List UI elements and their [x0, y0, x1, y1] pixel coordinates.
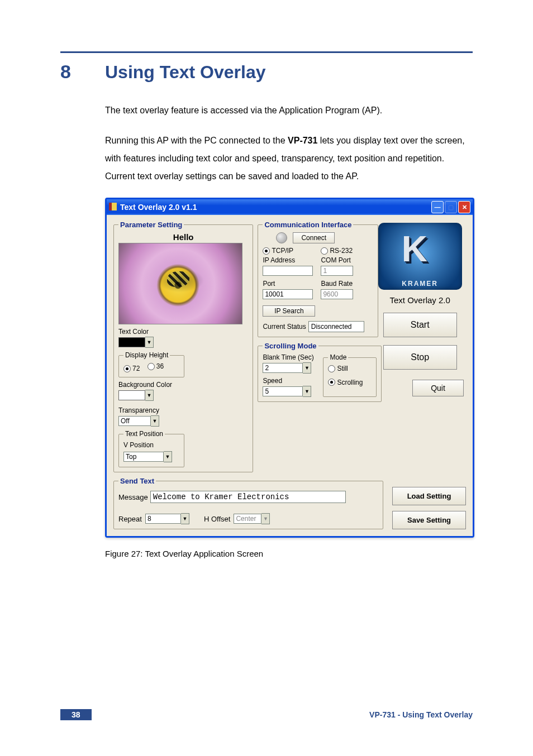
tcpip-radio[interactable]: TCP/IP — [263, 247, 310, 255]
paragraph-2a: Running this AP with the PC connected to… — [105, 136, 288, 145]
minimize-button[interactable]: — — [431, 201, 444, 213]
repeat-dropdown[interactable]: ▼ — [181, 513, 189, 524]
connect-button[interactable]: Connect — [293, 232, 335, 243]
stop-button[interactable]: Stop — [383, 345, 457, 370]
message-input[interactable] — [150, 491, 346, 503]
speed-dropdown[interactable]: ▼ — [303, 386, 311, 397]
page-number: 38 — [60, 709, 92, 720]
vposition-label: V Position — [123, 441, 179, 449]
window-title: Text Overlay 2.0 v1.1 — [120, 203, 431, 212]
current-status-label: Current Status — [263, 323, 306, 331]
mode-legend: Mode — [328, 353, 348, 361]
repeat-value[interactable]: 8 — [145, 514, 181, 524]
com-port-label: COM Port — [321, 256, 373, 264]
speed-label: Speed — [263, 377, 318, 385]
paragraph-2: Running this AP with the PC connected to… — [105, 132, 473, 185]
h-offset-dropdown: ▼ — [261, 513, 270, 524]
preview-image — [118, 243, 242, 324]
preview-text: Hello — [118, 232, 248, 242]
vposition-dropdown[interactable]: ▼ — [164, 451, 172, 462]
paragraph-1: The text overlay feature is accessed via… — [105, 102, 473, 119]
footer-title: VP-731 - Using Text Overlay — [369, 710, 473, 719]
start-button[interactable]: Start — [383, 313, 457, 337]
section-title: Using Text Overlay — [105, 62, 266, 83]
text-position-group: Text Position V Position Top ▼ — [118, 430, 184, 467]
port-input[interactable] — [263, 289, 313, 299]
h-offset-value: Center — [234, 514, 261, 524]
rs232-radio[interactable]: RS-232 — [321, 247, 368, 255]
section-rule — [60, 51, 473, 53]
baud-rate-input — [321, 289, 353, 299]
titlebar[interactable]: Text Overlay 2.0 v1.1 — ▢ ✕ — [107, 199, 473, 215]
connection-led — [276, 232, 287, 243]
logo-k-glyph: K — [402, 228, 425, 270]
communication-interface-legend: Communication Interface — [263, 221, 353, 229]
figure-caption: Figure 27: Text Overlay Application Scre… — [105, 549, 473, 558]
port-label: Port — [263, 280, 315, 288]
app-name-label: Text Overlay 2.0 — [390, 295, 450, 305]
baud-rate-label: Baud Rate — [321, 280, 373, 288]
display-height-36-label: 36 — [156, 362, 164, 370]
svg-rect-0 — [109, 203, 112, 210]
mode-still-label: Still — [337, 365, 348, 372]
message-label: Message — [118, 493, 148, 501]
blank-time-value[interactable]: 2 — [263, 363, 303, 373]
speed-value[interactable]: 5 — [263, 386, 303, 396]
display-height-72[interactable]: 72 — [123, 365, 140, 372]
blank-time-dropdown[interactable]: ▼ — [303, 362, 311, 374]
rs232-label: RS-232 — [330, 247, 353, 255]
ip-search-button[interactable]: IP Search — [263, 305, 315, 317]
brand-logo: K KRAMER — [378, 223, 462, 290]
display-height-legend: Display Height — [123, 351, 170, 359]
text-position-legend: Text Position — [123, 430, 165, 438]
send-text-group: Send Text Message Repeat 8 ▼ H Offset — [113, 477, 383, 529]
quit-button[interactable]: Quit — [412, 380, 464, 396]
display-height-36[interactable]: 36 — [147, 362, 164, 370]
parameter-setting-group: Parameter Setting Hello Text Color ▼ — [113, 221, 253, 472]
svg-rect-1 — [112, 203, 117, 210]
background-color-label: Background Color — [118, 381, 180, 389]
maximize-button: ▢ — [445, 201, 457, 213]
display-height-group: Display Height 72 36 — [118, 351, 184, 377]
text-color-label: Text Color — [118, 328, 180, 336]
ip-address-input[interactable] — [263, 266, 313, 276]
repeat-label: Repeat — [118, 515, 142, 523]
h-offset-label: H Offset — [204, 515, 230, 523]
save-setting-button[interactable]: Save Setting — [392, 511, 466, 529]
app-icon — [109, 203, 117, 212]
text-color-dropdown[interactable]: ▼ — [145, 337, 154, 348]
send-text-legend: Send Text — [118, 477, 156, 485]
current-status-value: Disconnected — [308, 321, 364, 332]
transparency-value[interactable]: Off — [118, 416, 151, 426]
vposition-value[interactable]: Top — [123, 452, 164, 462]
app-window: Text Overlay 2.0 v1.1 — ▢ ✕ Parameter Se… — [105, 198, 474, 538]
mode-scrolling-label: Scrolling — [337, 379, 363, 386]
transparency-dropdown[interactable]: ▼ — [151, 415, 159, 427]
close-button[interactable]: ✕ — [458, 201, 470, 213]
background-color-dropdown[interactable]: ▼ — [145, 390, 154, 401]
blank-time-label: Blank Time (Sec) — [263, 353, 318, 361]
ip-address-label: IP Address — [263, 256, 315, 264]
paragraph-2-bold: VP-731 — [288, 136, 317, 145]
load-setting-button[interactable]: Load Setting — [392, 487, 466, 505]
parameter-setting-legend: Parameter Setting — [118, 221, 184, 229]
mode-group: Mode Still Scrolling — [323, 353, 377, 397]
background-color-swatch[interactable] — [118, 390, 145, 400]
com-port-input — [321, 266, 353, 276]
display-height-72-label: 72 — [132, 365, 140, 372]
scrolling-mode-group: Scrolling Mode Blank Time (Sec) 2 ▼ Spee… — [258, 342, 382, 402]
communication-interface-group: Communication Interface Connect TCP/IP I… — [258, 221, 378, 337]
text-color-swatch[interactable] — [118, 337, 145, 347]
section-number: 8 — [60, 61, 105, 83]
scrolling-mode-legend: Scrolling Mode — [263, 342, 318, 350]
tcpip-label: TCP/IP — [272, 247, 293, 255]
mode-still[interactable]: Still — [328, 365, 348, 372]
brand-name: KRAMER — [402, 280, 438, 288]
transparency-label: Transparency — [118, 406, 180, 414]
mode-scrolling[interactable]: Scrolling — [328, 379, 363, 386]
